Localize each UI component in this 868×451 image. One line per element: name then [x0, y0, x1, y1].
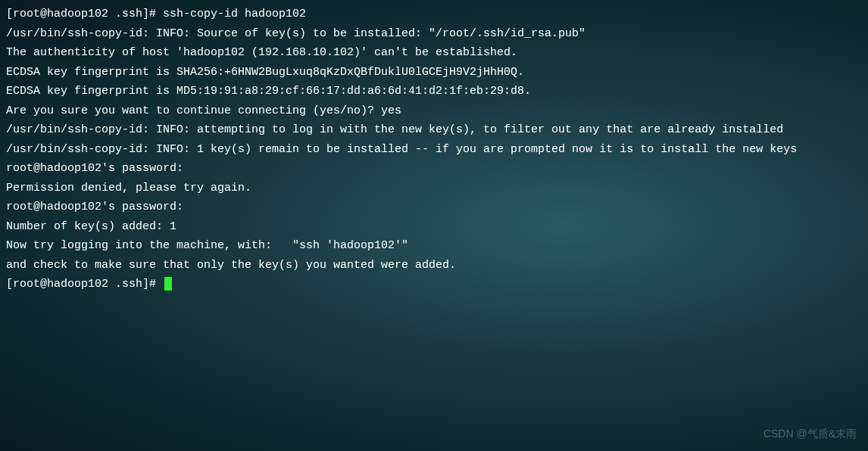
cursor-icon [164, 277, 172, 291]
terminal-prompt: [root@hadoop102 .ssh]# [6, 278, 163, 291]
terminal-line: The authenticity of host 'hadoop102 (192… [6, 43, 862, 63]
terminal-line: ECDSA key fingerprint is SHA256:+6HNW2Bu… [6, 63, 862, 82]
terminal-line: [root@hadoop102 .ssh]# ssh-copy-id hadoo… [6, 5, 862, 24]
terminal-line: Permission denied, please try again. [6, 179, 862, 198]
terminal-line: /usr/bin/ssh-copy-id: INFO: attempting t… [6, 120, 862, 140]
terminal-output[interactable]: [root@hadoop102 .ssh]# ssh-copy-id hadoo… [6, 5, 862, 294]
terminal-line: ECDSA key fingerprint is MD5:19:91:a8:29… [6, 82, 862, 101]
terminal-line: Number of key(s) added: 1 [6, 217, 862, 237]
terminal-prompt-line[interactable]: [root@hadoop102 .ssh]# [6, 275, 862, 294]
terminal-line: /usr/bin/ssh-copy-id: INFO: Source of ke… [6, 24, 862, 44]
terminal-line: root@hadoop102's password: [6, 198, 862, 217]
terminal-line: and check to make sure that only the key… [6, 256, 862, 275]
terminal-line: Now try logging into the machine, with: … [6, 236, 862, 256]
watermark: CSDN @气质&末雨 [763, 425, 857, 443]
terminal-line: root@hadoop102's password: [6, 159, 862, 179]
terminal-line: /usr/bin/ssh-copy-id: INFO: 1 key(s) rem… [6, 140, 862, 160]
terminal-line: Are you sure you want to continue connec… [6, 101, 862, 121]
